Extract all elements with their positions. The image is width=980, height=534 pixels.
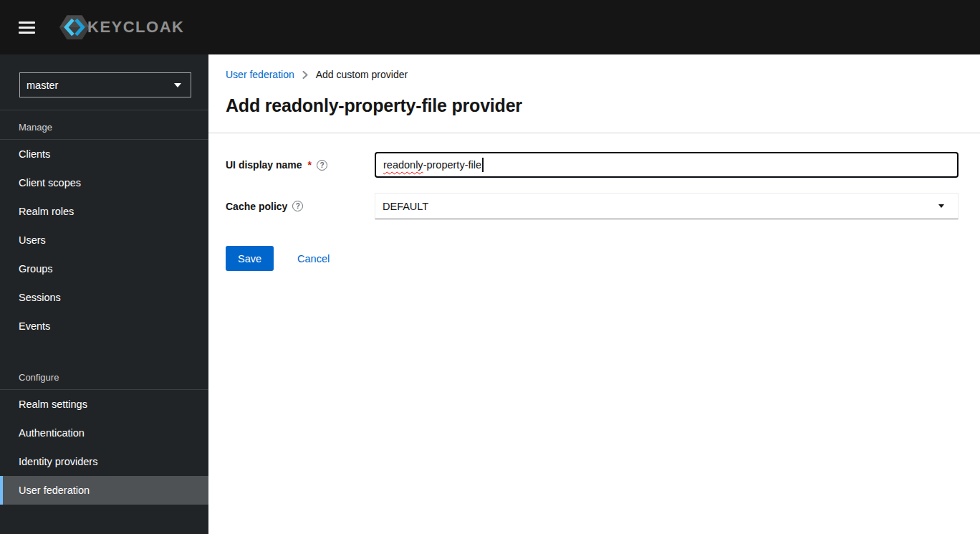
input-value-misspelled: readonly [383, 159, 423, 171]
nav-list-manage: Clients Client scopes Realm roles Users … [0, 140, 208, 340]
ui-display-name-field: readonly-property-file [375, 152, 959, 178]
required-asterisk: * [308, 159, 312, 171]
sidebar-item-events[interactable]: Events [0, 312, 208, 340]
sidebar-item-sessions[interactable]: Sessions [0, 283, 208, 312]
nav-section-title-manage: Manage [0, 110, 208, 140]
sidebar-item-realm-roles[interactable]: Realm roles [0, 197, 208, 226]
sidebar-item-realm-settings[interactable]: Realm settings [0, 390, 208, 419]
add-provider-form: UI display name * ? readonly-property-fi… [208, 133, 980, 271]
realm-name: master [27, 80, 58, 91]
keycloak-hexagon-icon [59, 13, 90, 42]
breadcrumb-current: Add custom provider [316, 69, 408, 80]
sidebar-item-client-scopes[interactable]: Client scopes [0, 168, 208, 197]
form-row-ui-display-name: UI display name * ? readonly-property-fi… [226, 152, 959, 178]
ui-display-name-input[interactable]: readonly-property-file [375, 152, 959, 178]
form-row-cache-policy: Cache policy ? DEFAULT [226, 193, 959, 219]
sidebar-item-users[interactable]: Users [0, 226, 208, 254]
form-actions: Save Cancel [226, 246, 959, 271]
input-value-rest: -property-file [423, 159, 481, 171]
keycloak-admin-console: KEYCLOAK master Manage Clients Client sc… [0, 0, 980, 534]
cancel-button[interactable]: Cancel [297, 253, 330, 264]
nav-toggle-button[interactable] [17, 17, 37, 38]
cache-policy-field: DEFAULT [375, 193, 959, 219]
page-header: User federation Add custom provider Add … [208, 54, 980, 133]
sidebar-item-identity-providers[interactable]: Identity providers [0, 447, 208, 476]
cache-policy-value: DEFAULT [383, 201, 428, 212]
breadcrumb-link-user-federation[interactable]: User federation [226, 69, 294, 80]
realm-selector-dropdown[interactable]: master [19, 72, 191, 97]
page-title: Add readonly-property-file provider [226, 95, 963, 116]
keycloak-logo: KEYCLOAK [59, 13, 184, 42]
ui-display-name-label: UI display name [226, 159, 302, 171]
help-icon[interactable]: ? [292, 201, 303, 211]
main-content: User federation Add custom provider Add … [208, 54, 980, 534]
ui-display-name-label-group: UI display name * ? [226, 152, 375, 178]
nav-section-title-configure: Configure [0, 340, 208, 390]
nav-list-configure: Realm settings Authentication Identity p… [0, 390, 208, 505]
cache-policy-select[interactable]: DEFAULT [375, 193, 959, 219]
sidebar-item-groups[interactable]: Groups [0, 254, 208, 283]
chevron-down-icon [938, 204, 944, 208]
hamburger-icon [19, 22, 35, 24]
text-cursor [482, 158, 484, 172]
breadcrumb: User federation Add custom provider [226, 69, 963, 80]
cache-policy-label: Cache policy [226, 201, 287, 212]
app-name: KEYCLOAK [87, 18, 184, 37]
cache-policy-label-group: Cache policy ? [226, 193, 375, 219]
sidebar-item-authentication[interactable]: Authentication [0, 419, 208, 447]
breadcrumb-separator-icon [302, 71, 308, 79]
sidebar-item-user-federation[interactable]: User federation [0, 476, 208, 505]
sidebar: master Manage Clients Client scopes Real… [0, 54, 208, 534]
app-header: KEYCLOAK [0, 0, 980, 54]
help-icon[interactable]: ? [317, 160, 327, 171]
sidebar-item-clients[interactable]: Clients [0, 140, 208, 168]
chevron-down-icon [174, 83, 181, 87]
save-button[interactable]: Save [226, 246, 274, 271]
